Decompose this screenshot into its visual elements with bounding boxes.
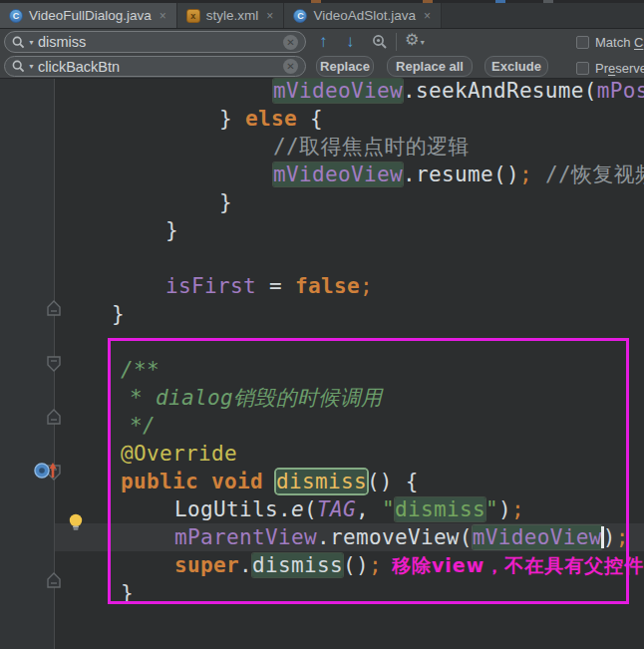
replace-all-button[interactable]: Replace all [387, 56, 473, 77]
xml-file-icon: x [186, 9, 200, 23]
search-icon [12, 60, 25, 73]
code-token: ) [498, 497, 511, 521]
code-token: public void [121, 470, 276, 493]
code-line[interactable]: * dialog销毁的时候调用 [0, 384, 644, 412]
code-token: } [165, 218, 178, 242]
find-replace-bar: ▼ ✕ ↑ ↓ ⚙▼ Match Case ▼ ✕ Replace Replac… [0, 29, 644, 79]
checkbox-box[interactable] [576, 62, 589, 75]
tab-label: style.xml [206, 8, 259, 23]
code-line[interactable]: LogUtils.e(TAG, "dismiss"); [0, 495, 644, 523]
code-token: @Override [121, 442, 237, 466]
tab-close-icon[interactable]: × [424, 9, 431, 23]
code-token: .resume() [403, 162, 519, 186]
code-token: dismiss [276, 470, 367, 493]
tab-close-icon[interactable]: × [266, 9, 273, 23]
clear-replace-icon[interactable]: ✕ [283, 59, 298, 74]
code-token: ; [511, 497, 524, 521]
code-line[interactable]: } [0, 216, 644, 244]
replace-button[interactable]: Replace [316, 56, 374, 77]
code-token: else [245, 107, 297, 131]
code-token: () [343, 553, 369, 577]
match-case-label: Match Case [595, 35, 644, 50]
replace-field[interactable]: ▼ ✕ [4, 56, 306, 77]
code-token: . [239, 553, 252, 577]
next-occurrence-icon[interactable]: ↓ [346, 32, 355, 52]
code-line[interactable]: /** [0, 356, 644, 384]
exclude-button[interactable]: Exclude [484, 56, 548, 77]
lightbulb-icon[interactable] [67, 512, 85, 536]
code-line[interactable]: isFirst = false; [0, 272, 644, 300]
code-token: isFirst [165, 274, 256, 298]
code-token: /** [121, 358, 160, 382]
code-token: e [291, 497, 304, 521]
toolbar-divider [396, 33, 397, 51]
tab-close-icon[interactable]: × [160, 9, 166, 23]
fold-down-marker[interactable] [46, 355, 62, 377]
checkbox-box[interactable] [576, 36, 589, 49]
code-line[interactable]: public void dismiss() { [0, 468, 644, 495]
fold-up-marker[interactable] [46, 408, 62, 430]
overrides-method-icon[interactable] [33, 461, 61, 485]
code-line[interactable]: //取得焦点时的逻辑 [0, 133, 644, 161]
code-token: ; [519, 162, 532, 186]
code-token: mPos [597, 79, 644, 103]
code-token: " [382, 497, 395, 521]
search-input[interactable] [38, 34, 280, 50]
code-editor[interactable]: mVideoView.seekAndResume(mPos} else {//取… [0, 79, 644, 649]
search-settings-gear-icon[interactable]: ⚙▼ [405, 30, 426, 49]
search-field[interactable]: ▼ ✕ [4, 31, 306, 53]
preserve-case-checkbox[interactable]: Preserve case [576, 61, 644, 76]
tab-VideoAdSlot.java[interactable]: CVideoAdSlot.java× [284, 3, 442, 28]
code-token: ; [360, 274, 373, 298]
code-token [532, 162, 545, 186]
code-token: } [219, 190, 232, 214]
code-line[interactable]: super.dismiss();移除view，不在具有父控件； [0, 551, 644, 579]
code-token: } [219, 107, 245, 131]
code-token: false [295, 274, 360, 298]
code-line[interactable]: mParentView.removeView(mVideoView); [0, 523, 644, 551]
search-history-chevron-icon[interactable]: ▼ [28, 39, 35, 46]
code-token: } [112, 302, 125, 326]
code-token: dismiss [395, 497, 485, 521]
code-token: " [485, 497, 498, 521]
fold-up-marker[interactable] [46, 571, 62, 593]
code-line[interactable]: mVideoView.seekAndResume(mPos [0, 77, 644, 105]
match-case-checkbox[interactable]: Match Case [576, 35, 644, 50]
code-token: TAG [317, 497, 356, 521]
code-line[interactable] [0, 244, 644, 272]
code-line[interactable]: @Override [0, 440, 644, 468]
code-line[interactable]: */ [0, 412, 644, 440]
tab-label: VideoFullDialog.java [29, 8, 152, 23]
clear-search-icon[interactable]: ✕ [283, 35, 298, 50]
code-token: { [297, 107, 323, 131]
code-token: //取得焦点时的逻辑 [273, 135, 470, 159]
preserve-case-label: Preserve case [595, 61, 644, 76]
code-token: ; [616, 525, 629, 549]
code-token: super [174, 553, 239, 577]
replace-history-chevron-icon[interactable]: ▼ [28, 63, 35, 70]
code-token: ( [304, 497, 317, 521]
editor-tab-bar: CVideoFullDialog.java×xstyle.xml×CVideoA… [0, 3, 644, 29]
code-token: dismiss [252, 553, 343, 577]
code-token: () { [367, 470, 419, 493]
search-icon [12, 36, 25, 49]
code-token: ) [603, 525, 616, 549]
code-line[interactable]: } else { [0, 105, 644, 133]
java-class-icon: C [9, 9, 23, 23]
replace-input[interactable] [38, 59, 280, 75]
fold-up-marker[interactable] [46, 299, 62, 321]
code-token: LogUtils. [174, 497, 291, 521]
previous-occurrence-icon[interactable]: ↑ [319, 32, 328, 52]
code-line[interactable]: } [0, 300, 644, 328]
code-token: mVideoView [273, 162, 403, 186]
tab-label: VideoAdSlot.java [313, 8, 416, 23]
code-token: ; [369, 553, 382, 577]
find-all-icon[interactable] [371, 34, 389, 50]
tab-VideoFullDialog.java[interactable]: CVideoFullDialog.java× [0, 3, 177, 28]
code-line[interactable]: } [0, 188, 644, 216]
code-line[interactable] [0, 328, 644, 356]
code-line[interactable]: mVideoView.resume(); //恢复视频 [0, 161, 644, 188]
java-class-icon: C [293, 9, 307, 23]
code-line[interactable]: } [0, 579, 644, 607]
tab-style.xml[interactable]: xstyle.xml× [177, 3, 285, 28]
